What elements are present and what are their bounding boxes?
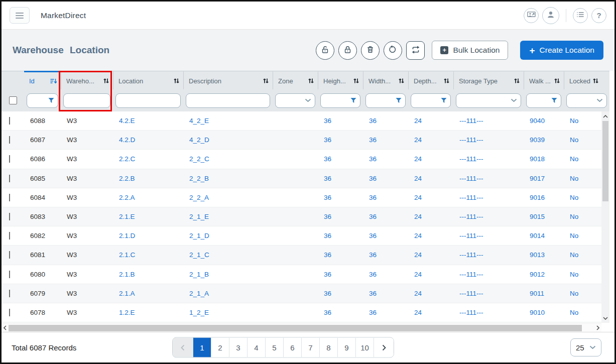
horizontal-scrollbar[interactable] — [2, 323, 601, 332]
location-link[interactable]: 4.2.D — [119, 136, 135, 144]
scroll-right-icon[interactable] — [594, 323, 601, 332]
column-header-storage-type[interactable]: Storage Type — [453, 71, 524, 89]
list-menu-button[interactable] — [573, 8, 588, 23]
sort-toggle-icon[interactable] — [593, 78, 598, 84]
description-link[interactable]: 2_1_E — [189, 213, 209, 220]
description-link[interactable]: 2_2_A — [189, 194, 209, 201]
lock-button[interactable] — [338, 41, 357, 60]
location-link[interactable]: 4.2.E — [119, 117, 135, 125]
sort-toggle-icon[interactable] — [103, 78, 109, 84]
row-checkbox[interactable] — [9, 309, 10, 316]
column-header-walk[interactable]: Walk ... — [524, 71, 564, 89]
sort-toggle-icon[interactable] — [353, 78, 359, 84]
description-link[interactable]: 4_2_D — [189, 136, 209, 144]
row-checkbox[interactable] — [9, 117, 10, 125]
location-link[interactable]: 2.2.C — [119, 155, 135, 163]
page-button-6[interactable]: 6 — [283, 338, 301, 357]
filter-funnel-icon[interactable] — [551, 98, 557, 103]
help-button[interactable]: ? — [591, 8, 606, 23]
previous-page-button[interactable] — [173, 338, 193, 357]
sort-toggle-icon[interactable] — [263, 78, 269, 84]
column-header-height[interactable]: Heigh... — [318, 71, 363, 89]
page-button-3[interactable]: 3 — [229, 338, 247, 357]
cell-walk: 9016 — [524, 194, 564, 201]
filter-funnel-icon[interactable] — [350, 98, 356, 103]
sort-toggle-icon[interactable] — [174, 78, 179, 84]
column-header-locked[interactable]: Locked — [564, 71, 609, 89]
description-link[interactable]: 2_1_D — [189, 232, 209, 239]
delete-button[interactable] — [361, 41, 380, 60]
sort-toggle-icon[interactable] — [554, 78, 560, 84]
description-link[interactable]: 2_1_C — [189, 251, 209, 259]
refresh-button[interactable] — [384, 41, 402, 60]
row-checkbox[interactable] — [9, 290, 10, 297]
filter-input-location[interactable] — [115, 93, 181, 108]
column-header-location[interactable]: Location — [113, 71, 183, 89]
page-button-4[interactable]: 4 — [247, 338, 265, 357]
column-header-width[interactable]: Width... — [363, 71, 408, 89]
location-link[interactable]: 2.1.B — [119, 271, 135, 278]
scroll-down-icon[interactable] — [601, 314, 609, 322]
page-button-5[interactable]: 5 — [265, 338, 283, 357]
description-link[interactable]: 4_2_E — [189, 117, 209, 125]
page-button-9[interactable]: 9 — [337, 338, 355, 357]
screen-share-button[interactable] — [524, 8, 539, 23]
description-link[interactable]: 1_2_E — [189, 309, 209, 316]
page-size-select[interactable]: 25 — [570, 338, 601, 356]
filter-funnel-icon[interactable] — [441, 98, 447, 103]
row-checkbox[interactable] — [9, 232, 10, 239]
description-link[interactable]: 2_2_C — [189, 155, 209, 163]
location-link[interactable]: 2.1.D — [119, 232, 135, 239]
row-checkbox[interactable] — [9, 155, 10, 163]
next-page-button[interactable] — [374, 338, 394, 357]
vertical-scrollbar[interactable] — [601, 111, 609, 323]
sort-toggle-icon[interactable] — [399, 78, 404, 84]
column-header-description[interactable]: Description — [183, 71, 273, 89]
page-button-2[interactable]: 2 — [211, 338, 229, 357]
column-header-id[interactable]: Id — [24, 71, 61, 89]
location-link[interactable]: 1.2.E — [119, 309, 135, 316]
sort-toggle-icon[interactable] — [444, 78, 449, 84]
column-header-depth[interactable]: Depth... — [408, 71, 453, 89]
row-checkbox[interactable] — [9, 175, 10, 182]
row-checkbox[interactable] — [9, 251, 10, 259]
column-header-warehouse[interactable]: Wareho... — [61, 71, 113, 89]
scroll-up-icon[interactable] — [601, 112, 609, 120]
row-checkbox[interactable] — [9, 136, 10, 144]
vertical-scroll-thumb[interactable] — [602, 121, 608, 201]
page-button-10[interactable]: 10 — [355, 338, 374, 357]
bulk-location-button[interactable]: + Bulk Location — [432, 41, 508, 60]
unlock-button[interactable] — [316, 41, 334, 60]
location-link[interactable]: 2.1.C — [119, 251, 135, 259]
filter-funnel-icon[interactable] — [48, 98, 54, 103]
plus-icon: + — [529, 46, 535, 55]
transfer-button[interactable] — [406, 41, 425, 60]
sort-toggle-icon[interactable] — [514, 78, 520, 84]
select-all-checkbox[interactable] — [9, 96, 17, 104]
row-checkbox[interactable] — [9, 194, 10, 201]
row-checkbox[interactable] — [9, 271, 10, 278]
location-link[interactable]: 2.2.B — [119, 175, 135, 182]
filter-input-warehouse[interactable] — [63, 93, 110, 108]
location-link[interactable]: 2.1.A — [119, 290, 135, 297]
menu-button[interactable] — [10, 7, 30, 24]
horizontal-scroll-thumb[interactable] — [9, 325, 582, 331]
filter-input-description[interactable] — [186, 93, 270, 108]
sort-toggle-icon[interactable] — [308, 78, 314, 84]
description-link[interactable]: 2_1_B — [189, 271, 209, 278]
sort-descending-icon[interactable] — [50, 78, 57, 84]
location-link[interactable]: 2.2.A — [119, 194, 135, 201]
row-checkbox[interactable] — [9, 213, 10, 220]
filter-funnel-icon[interactable] — [396, 98, 402, 103]
scroll-left-icon[interactable] — [2, 323, 9, 332]
user-account-button[interactable] — [542, 7, 559, 24]
location-link[interactable]: 2.1.E — [119, 213, 135, 220]
page-button-1[interactable]: 1 — [193, 338, 211, 357]
column-header-zone[interactable]: Zone — [273, 71, 318, 89]
create-location-button[interactable]: + Create Location — [520, 41, 603, 60]
description-link[interactable]: 2_1_A — [189, 290, 209, 297]
table-row: 6080 W3 2.1.B 2_1_B 36 36 24 ---111--- 9… — [2, 265, 601, 284]
page-button-7[interactable]: 7 — [301, 338, 319, 357]
description-link[interactable]: 2_2_B — [189, 175, 209, 182]
page-button-8[interactable]: 8 — [319, 338, 337, 357]
